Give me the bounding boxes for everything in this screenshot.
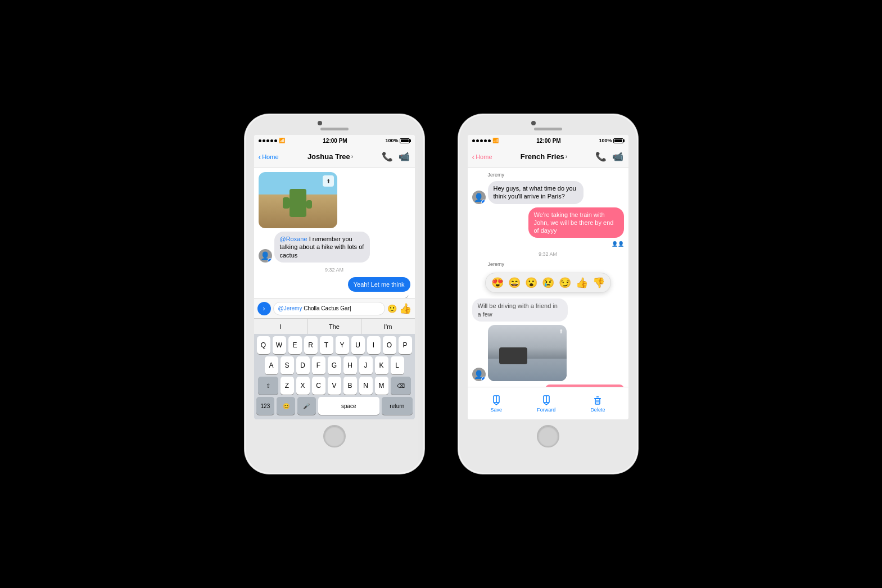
key-g[interactable]: G	[328, 356, 341, 374]
reaction-wow[interactable]: 😮	[525, 277, 537, 289]
key-u[interactable]: U	[351, 336, 365, 354]
screen-2: 📶 12:00 PM 100% ‹ Home French Fries › 📞 …	[468, 135, 628, 419]
phone-call-icon-2[interactable]: 📞	[595, 151, 607, 162]
key-row-1: Q W E R T Y U I O P	[254, 334, 415, 354]
key-space[interactable]: space	[318, 397, 379, 415]
key-d[interactable]: D	[296, 356, 310, 374]
video-call-icon-2[interactable]: 📹	[612, 151, 623, 162]
key-x[interactable]: X	[296, 377, 310, 395]
reaction-thumbsdown[interactable]: 👎	[592, 277, 605, 289]
key-shift[interactable]: ⇧	[258, 377, 278, 395]
timestamp-2: 9:32 AM	[472, 251, 624, 257]
nav-title-1[interactable]: Joshua Tree ›	[307, 152, 353, 161]
save-button[interactable]: Save	[491, 395, 503, 413]
avatar-badge-3	[481, 377, 486, 381]
nav-back-label-1: Home	[262, 153, 278, 160]
key-p[interactable]: P	[399, 336, 412, 354]
autocomplete-i[interactable]: I	[254, 319, 308, 334]
messages-1: ⬆ 👤 @Roxane I remember you talking about…	[254, 168, 415, 298]
winter-boat	[499, 347, 527, 364]
msg-row-photo-1: ⬆	[259, 172, 410, 228]
key-delete[interactable]: ⌫	[391, 377, 411, 395]
key-t[interactable]: T	[320, 336, 333, 354]
key-v[interactable]: V	[328, 377, 341, 395]
phone-call-icon-1[interactable]: 📞	[382, 151, 393, 162]
nav-back-2[interactable]: ‹ Home	[472, 152, 492, 161]
bubble-left-2a: Hey guys, at what time do you think you'…	[488, 181, 584, 204]
read-avatars: 👤👤	[612, 241, 624, 247]
key-m[interactable]: M	[375, 377, 388, 395]
key-emoji-kb[interactable]: 😊	[277, 397, 295, 415]
autocomplete-im[interactable]: I'm	[361, 319, 415, 334]
key-j[interactable]: J	[359, 356, 373, 374]
key-n[interactable]: N	[359, 377, 373, 395]
key-w[interactable]: W	[273, 336, 286, 354]
save-icon	[491, 395, 502, 406]
nav-title-2[interactable]: French Fries ›	[521, 152, 567, 161]
autocomplete-the[interactable]: The	[307, 319, 361, 334]
status-time-2: 12:00 PM	[536, 138, 560, 144]
photo-share-btn-1[interactable]: ⬆	[323, 175, 334, 187]
avatar-1: 👤	[259, 249, 272, 263]
message-input-1[interactable]: @Jeremy Cholla Cactus Gar|	[273, 302, 385, 315]
delete-button[interactable]: Delete	[590, 395, 605, 413]
home-button-1[interactable]	[323, 425, 346, 447]
key-k[interactable]: K	[375, 356, 388, 374]
bubble-right-1: Yeah! Let me think	[348, 277, 410, 292]
key-mic[interactable]: 🎤	[297, 397, 316, 415]
reaction-smirk[interactable]: 😏	[559, 277, 571, 289]
forward-button[interactable]: Forward	[537, 395, 555, 413]
screen-1: 📶 12:00 PM 100% ‹ Home Joshua Tree › 📞 📹	[254, 135, 415, 419]
chat-photo-winter: ⬆	[488, 325, 567, 381]
reaction-grin[interactable]: 😄	[508, 277, 521, 289]
back-arrow-1: ‹	[259, 152, 261, 161]
delete-label: Delete	[590, 407, 605, 413]
nav-back-1[interactable]: ‹ Home	[259, 152, 279, 161]
key-r[interactable]: R	[304, 336, 318, 354]
key-return[interactable]: return	[382, 397, 413, 415]
signal-dots-1	[259, 139, 277, 142]
nav-bar-1: ‹ Home Joshua Tree › 📞 📹	[254, 146, 415, 168]
front-camera-1	[318, 121, 322, 125]
reaction-thumbsup[interactable]: 👍	[576, 277, 588, 289]
key-q[interactable]: Q	[257, 336, 270, 354]
photo-share-btn-2[interactable]: ⬆	[559, 328, 563, 334]
key-l[interactable]: L	[391, 356, 404, 374]
phone-top-2	[458, 114, 638, 130]
emoji-button-1[interactable]: 🙂	[387, 304, 397, 313]
sender-jeremy-1: Jeremy	[488, 172, 624, 178]
key-o[interactable]: O	[383, 336, 396, 354]
wifi-icon-2: 📶	[492, 138, 499, 143]
action-bar-2: Save Forward Delete	[468, 387, 628, 419]
speaker-1	[320, 128, 349, 130]
key-f[interactable]: F	[312, 356, 325, 374]
delivered-icon-1: ✓	[405, 294, 409, 298]
video-call-icon-1[interactable]: 📹	[399, 151, 410, 162]
key-e[interactable]: E	[288, 336, 302, 354]
key-i[interactable]: I	[367, 336, 381, 354]
like-button-1[interactable]: 👍	[399, 302, 411, 315]
chat-photo-cactus: ⬆	[259, 172, 337, 228]
key-row-2: A S D F G H J K L	[254, 354, 415, 374]
key-y[interactable]: Y	[336, 336, 349, 354]
status-time-1: 12:00 PM	[323, 138, 347, 144]
key-123[interactable]: 123	[256, 397, 275, 415]
home-button-2[interactable]	[537, 425, 559, 447]
key-a[interactable]: A	[265, 356, 278, 374]
nav-bar-2: ‹ Home French Fries › 📞 📹	[468, 146, 628, 168]
key-h[interactable]: H	[343, 356, 357, 374]
key-row-3: ⇧ Z X C V B N M ⌫	[254, 374, 415, 395]
key-s[interactable]: S	[281, 356, 294, 374]
status-right-1: 100%	[385, 138, 410, 143]
key-c[interactable]: C	[312, 377, 325, 395]
battery-icon-2	[613, 138, 623, 143]
key-b[interactable]: B	[343, 377, 357, 395]
send-button-1[interactable]: ›	[257, 302, 271, 315]
reaction-heart-eyes[interactable]: 😍	[491, 277, 504, 289]
timestamp-1: 9:32 AM	[259, 267, 410, 273]
msg-row-photo-2: 👤 ⬆	[472, 325, 624, 381]
reaction-cry[interactable]: 😢	[542, 277, 554, 289]
key-z[interactable]: Z	[281, 377, 294, 395]
bubble-partial-pink	[545, 385, 624, 387]
status-bar-2: 📶 12:00 PM 100%	[468, 135, 628, 146]
